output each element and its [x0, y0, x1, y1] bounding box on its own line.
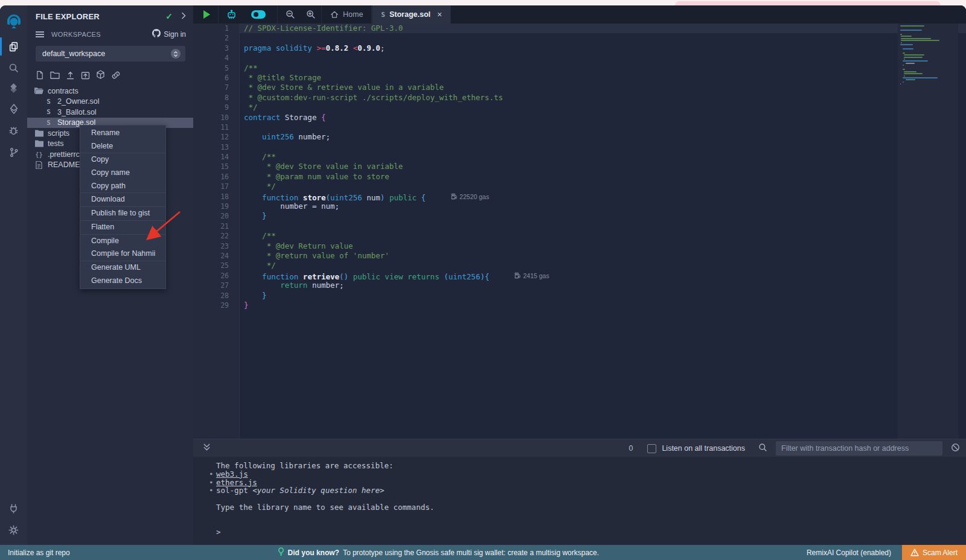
line-number: 3: [193, 43, 239, 53]
tree-item-label: .prettierrc: [48, 150, 80, 159]
line-number: 18: [193, 192, 239, 202]
transaction-filter-input[interactable]: [776, 441, 942, 456]
github-icon: [152, 29, 161, 39]
tab-close-icon[interactable]: ×: [437, 10, 442, 19]
context-menu-item-copy-name[interactable]: Copy name: [80, 167, 165, 180]
line-number: 19: [193, 202, 239, 211]
line-number: 21: [193, 221, 239, 231]
cube-icon[interactable]: [96, 70, 105, 82]
run-script-button[interactable]: [193, 5, 216, 24]
listen-transactions-checkbox[interactable]: [647, 444, 656, 453]
chevron-right-icon[interactable]: [181, 11, 186, 22]
context-menu-item-generate-uml[interactable]: Generate UML: [80, 261, 165, 275]
context-menu-item-compile[interactable]: Compile: [80, 234, 165, 248]
code-line-29: 29}: [193, 301, 966, 310]
terminal-hint-line: Type the library name to see available c…: [216, 503, 966, 512]
terminal-search-icon[interactable]: [758, 443, 767, 454]
context-menu-item-publish-file-to-gist[interactable]: Publish file to gist: [80, 206, 165, 220]
line-number: 7: [193, 83, 239, 92]
sidebar-plugin-manager-icon[interactable]: [0, 498, 27, 518]
sidebar-file-explorer-icon[interactable]: [0, 36, 27, 57]
terminal-link-ethers-js[interactable]: ethers.js: [216, 478, 257, 487]
line-number: 10: [193, 113, 239, 122]
tree-item-label: tests: [48, 139, 63, 148]
code-line-12: 12 uint256 number;: [193, 132, 966, 142]
code-line-16: 16 * @param num value to store: [193, 172, 966, 182]
status-bar: Initialize as git repo Did you know? To …: [0, 545, 966, 560]
terminal-bar: 0 Listen on all transactions: [193, 439, 966, 457]
home-icon: [330, 10, 339, 19]
tree-item-2-owner-sol[interactable]: S2_Owner.sol: [27, 97, 193, 107]
sidebar-deploy-run-icon[interactable]: [0, 98, 27, 119]
sidebar-settings-icon[interactable]: [0, 520, 27, 540]
copilot-status[interactable]: RemixAI Copilot (enabled): [807, 549, 891, 557]
terminal-expand-icon[interactable]: [203, 443, 211, 454]
copilot-toggle[interactable]: [242, 5, 275, 24]
context-menu: RenameDeleteCopyCopy nameCopy pathDownlo…: [80, 125, 166, 289]
solidity-file-icon: S: [381, 11, 385, 19]
solidity-icon: S: [44, 119, 53, 127]
sign-in-button[interactable]: Sign in: [152, 29, 186, 39]
solidity-icon: S: [44, 108, 53, 116]
tree-item-contracts[interactable]: contracts: [27, 86, 193, 97]
terminal-link-web3-js[interactable]: web3.js: [216, 469, 248, 479]
ai-copilot-icon[interactable]: [221, 5, 242, 24]
code-line-25: 25 */: [193, 261, 966, 270]
clear-console-icon[interactable]: [951, 443, 960, 454]
new-folder-icon[interactable]: [50, 71, 60, 82]
tab-home[interactable]: Home: [321, 5, 372, 24]
code-line-18: 18 function store(uint256 num) public {2…: [193, 192, 966, 202]
line-number: 24: [193, 251, 239, 261]
tree-item-label: README.: [48, 161, 82, 169]
line-number: 13: [193, 142, 239, 152]
terminal-prompt[interactable]: >: [216, 528, 966, 536]
gas-estimate-badge: 2415 gas: [514, 271, 549, 281]
workspaces-label: WORKSPACES: [51, 31, 152, 38]
tab-storage-sol[interactable]: S Storage.sol ×: [372, 5, 451, 24]
tree-item-3-ballot-sol[interactable]: S3_Ballot.sol: [27, 107, 193, 118]
check-icon: ✓: [165, 11, 173, 21]
link-icon[interactable]: [111, 71, 121, 82]
lightbulb-icon: [278, 547, 284, 558]
new-file-icon[interactable]: [36, 71, 44, 82]
code-line-5: 5/**: [193, 63, 966, 73]
code-line-9: 9 */: [193, 103, 966, 112]
scam-alert-button[interactable]: Scam Alert: [902, 545, 966, 560]
context-menu-item-rename[interactable]: Rename: [80, 127, 165, 140]
code-line-14: 14 /**: [193, 152, 966, 162]
context-menu-item-generate-docs[interactable]: Generate Docs: [80, 275, 165, 288]
code-line-24: 24 * @return value of 'number': [193, 251, 966, 261]
minimap[interactable]: [898, 24, 958, 439]
upload-file-icon[interactable]: [66, 71, 75, 82]
remix-logo-icon[interactable]: [0, 10, 27, 34]
line-number: 8: [193, 93, 239, 103]
init-git-repo-button[interactable]: Initialize as git repo: [0, 549, 70, 557]
zoom-in-icon[interactable]: [301, 5, 321, 24]
hamburger-menu-icon[interactable]: [36, 34, 44, 35]
code-editor[interactable]: 1// SPDX-License-Identifier: GPL-3.023pr…: [193, 24, 966, 439]
panel-title: FILE EXPLORER: [36, 12, 165, 21]
code-line-3: 3pragma solidity >=0.8.2 <0.9.0;: [193, 43, 966, 53]
remix-ide-window: FILE EXPLORER ✓ WORKSPACES Sign in defau…: [0, 5, 966, 560]
upload-folder-icon[interactable]: [81, 71, 90, 82]
line-number: 27: [193, 281, 239, 290]
sidebar-solidity-compiler-icon[interactable]: [0, 78, 27, 98]
code-line-1: 1// SPDX-License-Identifier: GPL-3.0: [193, 24, 966, 33]
terminal-output[interactable]: The following libraries are accessible: …: [193, 457, 966, 545]
context-menu-item-download[interactable]: Download: [80, 192, 165, 206]
listen-transactions-label: Listen on all transactions: [662, 444, 745, 453]
sidebar-search-icon[interactable]: [0, 57, 27, 78]
code-line-15: 15 * @dev Store value in variable: [193, 162, 966, 171]
context-menu-item-copy-path[interactable]: Copy path: [80, 180, 165, 193]
code-line-22: 22 /**: [193, 231, 966, 241]
context-menu-item-compile-for-nahmii[interactable]: Compile for Nahmii: [80, 247, 165, 261]
line-number: 29: [193, 301, 239, 310]
workspace-selected-value: default_workspace: [42, 49, 105, 58]
sidebar-git-icon[interactable]: [0, 142, 27, 162]
context-menu-item-delete[interactable]: Delete: [80, 140, 165, 153]
context-menu-item-flatten[interactable]: Flatten: [80, 220, 165, 234]
sidebar-debugger-icon[interactable]: [0, 120, 27, 141]
zoom-out-icon[interactable]: [280, 5, 301, 24]
workspace-select[interactable]: default_workspace: [36, 46, 185, 62]
context-menu-item-copy[interactable]: Copy: [80, 153, 165, 167]
